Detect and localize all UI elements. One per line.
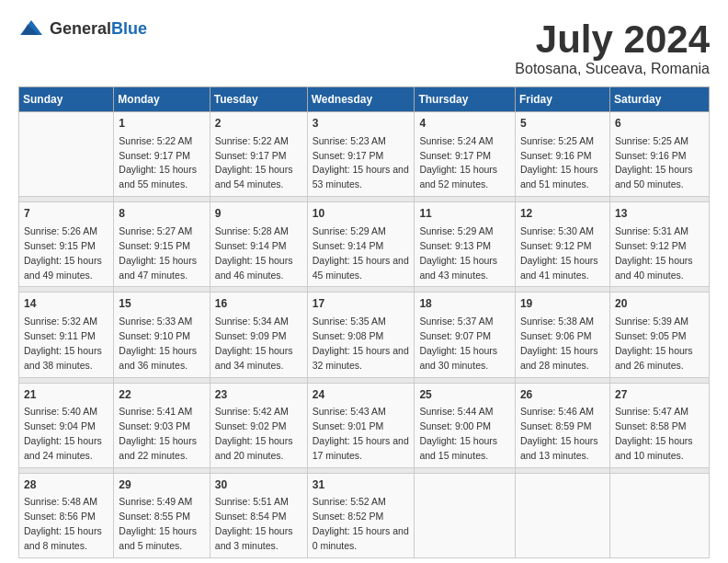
cell-sunset: Sunset: 8:56 PM — [24, 511, 96, 522]
cell-sunrise: Sunrise: 5:24 AM — [419, 135, 493, 146]
cell-daylight: Daylight: 15 hours and 40 minutes. — [615, 255, 693, 281]
cell-daylight: Daylight: 15 hours and 26 minutes. — [615, 345, 693, 371]
cell-w3-d6: 19Sunrise: 5:38 AMSunset: 9:06 PMDayligh… — [515, 293, 609, 377]
cell-w2-d2: 8Sunrise: 5:27 AMSunset: 9:15 PMDaylight… — [114, 202, 210, 287]
cell-sunrise: Sunrise: 5:30 AM — [520, 225, 594, 236]
date-number: 13 — [615, 206, 704, 222]
logo-icon — [18, 18, 44, 39]
cell-w3-d1: 14Sunrise: 5:32 AMSunset: 9:11 PMDayligh… — [19, 293, 114, 377]
cell-sunrise: Sunrise: 5:31 AM — [615, 225, 688, 236]
date-number: 20 — [615, 296, 704, 312]
cell-w1-d2: 1Sunrise: 5:22 AMSunset: 9:17 PMDaylight… — [114, 112, 210, 197]
cell-sunset: Sunset: 8:58 PM — [615, 420, 687, 431]
cell-daylight: Daylight: 15 hours and 41 minutes. — [520, 255, 598, 281]
cell-w5-d1: 28Sunrise: 5:48 AMSunset: 8:56 PMDayligh… — [19, 473, 114, 557]
cell-sunset: Sunset: 9:01 PM — [313, 420, 384, 431]
cell-sunrise: Sunrise: 5:48 AM — [24, 496, 97, 507]
cell-sunset: Sunset: 9:06 PM — [520, 330, 592, 341]
cell-sunset: Sunset: 9:14 PM — [215, 240, 287, 251]
cell-sunrise: Sunrise: 5:29 AM — [419, 225, 493, 236]
cell-w5-d6 — [515, 473, 609, 557]
cell-daylight: Daylight: 15 hours and 43 minutes. — [419, 255, 497, 281]
cell-w5-d2: 29Sunrise: 5:49 AMSunset: 8:55 PMDayligh… — [114, 473, 210, 557]
logo-blue: Blue — [111, 19, 147, 38]
cell-sunrise: Sunrise: 5:35 AM — [313, 316, 386, 327]
week-row-2: 7Sunrise: 5:26 AMSunset: 9:15 PMDaylight… — [19, 202, 710, 287]
week-row-5: 28Sunrise: 5:48 AMSunset: 8:56 PMDayligh… — [19, 473, 710, 557]
cell-daylight: Daylight: 15 hours and 32 minutes. — [313, 345, 409, 371]
date-number: 25 — [419, 387, 510, 403]
cell-w4-d6: 26Sunrise: 5:46 AMSunset: 8:59 PMDayligh… — [515, 383, 609, 467]
cell-sunrise: Sunrise: 5:46 AM — [520, 406, 594, 417]
cell-sunrise: Sunrise: 5:26 AM — [24, 225, 97, 236]
cell-sunset: Sunset: 9:14 PM — [313, 240, 384, 251]
date-number: 6 — [615, 116, 704, 132]
cell-sunset: Sunset: 9:17 PM — [419, 150, 491, 161]
cell-daylight: Daylight: 15 hours and 20 minutes. — [215, 435, 293, 461]
cell-daylight: Daylight: 15 hours and 38 minutes. — [24, 345, 102, 371]
cell-sunrise: Sunrise: 5:32 AM — [24, 316, 97, 327]
cell-w2-d7: 13Sunrise: 5:31 AMSunset: 9:12 PMDayligh… — [609, 202, 709, 287]
cell-w1-d3: 2Sunrise: 5:22 AMSunset: 9:17 PMDaylight… — [210, 112, 307, 197]
cell-sunset: Sunset: 9:15 PM — [119, 240, 190, 251]
date-number: 10 — [313, 206, 410, 222]
cell-sunrise: Sunrise: 5:44 AM — [419, 406, 493, 417]
title-block: July 2024 Botosana, Suceava, Romania — [515, 18, 710, 77]
cell-sunrise: Sunrise: 5:49 AM — [119, 496, 192, 507]
cell-daylight: Daylight: 15 hours and 51 minutes. — [520, 164, 598, 190]
cell-daylight: Daylight: 15 hours and 24 minutes. — [24, 435, 102, 461]
cell-w3-d5: 18Sunrise: 5:37 AMSunset: 9:07 PMDayligh… — [415, 293, 516, 377]
cell-sunrise: Sunrise: 5:25 AM — [520, 135, 594, 146]
date-number: 24 — [313, 387, 410, 403]
cell-sunrise: Sunrise: 5:22 AM — [215, 135, 289, 146]
cell-sunset: Sunset: 9:16 PM — [520, 150, 592, 161]
cell-sunrise: Sunrise: 5:51 AM — [215, 496, 289, 507]
cell-w1-d7: 6Sunrise: 5:25 AMSunset: 9:16 PMDaylight… — [609, 112, 709, 197]
date-number: 30 — [215, 477, 302, 493]
date-number: 17 — [313, 296, 410, 312]
cell-daylight: Daylight: 15 hours and 3 minutes. — [215, 525, 293, 551]
cell-w5-d7 — [609, 473, 709, 557]
cell-daylight: Daylight: 15 hours and 15 minutes. — [419, 435, 497, 461]
cell-daylight: Daylight: 15 hours and 45 minutes. — [313, 255, 409, 281]
date-number: 7 — [24, 206, 108, 222]
date-number: 16 — [215, 296, 302, 312]
cell-w4-d7: 27Sunrise: 5:47 AMSunset: 8:58 PMDayligh… — [609, 383, 709, 467]
date-number: 26 — [520, 387, 605, 403]
cell-sunrise: Sunrise: 5:41 AM — [119, 406, 192, 417]
cell-w5-d5 — [415, 473, 516, 557]
cell-sunrise: Sunrise: 5:33 AM — [119, 316, 192, 327]
date-number: 23 — [215, 387, 302, 403]
cell-w4-d3: 23Sunrise: 5:42 AMSunset: 9:02 PMDayligh… — [210, 383, 307, 467]
cell-daylight: Daylight: 15 hours and 36 minutes. — [119, 345, 197, 371]
cell-sunrise: Sunrise: 5:28 AM — [215, 225, 289, 236]
cell-daylight: Daylight: 15 hours and 0 minutes. — [313, 525, 409, 551]
header-wednesday: Wednesday — [307, 87, 415, 112]
header-thursday: Thursday — [415, 87, 516, 112]
date-number: 2 — [215, 116, 302, 132]
date-number: 1 — [119, 116, 204, 132]
header-monday: Monday — [114, 87, 210, 112]
cell-w5-d3: 30Sunrise: 5:51 AMSunset: 8:54 PMDayligh… — [210, 473, 307, 557]
date-number: 9 — [215, 206, 302, 222]
date-number: 14 — [24, 296, 108, 312]
cell-sunrise: Sunrise: 5:27 AM — [119, 225, 192, 236]
cell-w1-d1 — [19, 112, 114, 197]
cell-w4-d2: 22Sunrise: 5:41 AMSunset: 9:03 PMDayligh… — [114, 383, 210, 467]
date-number: 18 — [419, 296, 510, 312]
cell-sunset: Sunset: 9:12 PM — [615, 240, 687, 251]
cell-sunrise: Sunrise: 5:40 AM — [24, 406, 97, 417]
cell-w2-d1: 7Sunrise: 5:26 AMSunset: 9:15 PMDaylight… — [19, 202, 114, 287]
cell-sunrise: Sunrise: 5:39 AM — [615, 316, 688, 327]
cell-sunset: Sunset: 9:05 PM — [615, 330, 687, 341]
cell-daylight: Daylight: 15 hours and 28 minutes. — [520, 345, 598, 371]
header-friday: Friday — [515, 87, 609, 112]
date-number: 12 — [520, 206, 605, 222]
cell-w2-d5: 11Sunrise: 5:29 AMSunset: 9:13 PMDayligh… — [415, 202, 516, 287]
cell-w3-d7: 20Sunrise: 5:39 AMSunset: 9:05 PMDayligh… — [609, 293, 709, 377]
cell-daylight: Daylight: 15 hours and 54 minutes. — [215, 164, 293, 190]
page-header: GeneralBlue July 2024 Botosana, Suceava,… — [18, 18, 710, 77]
cell-sunset: Sunset: 9:11 PM — [24, 330, 96, 341]
cell-w4-d5: 25Sunrise: 5:44 AMSunset: 9:00 PMDayligh… — [415, 383, 516, 467]
cell-daylight: Daylight: 15 hours and 13 minutes. — [520, 435, 598, 461]
